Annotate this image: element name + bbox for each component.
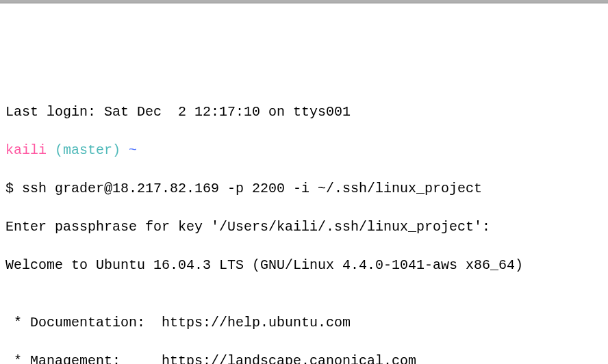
motd-documentation: * Documentation: https://help.ubuntu.com	[5, 313, 603, 333]
ssh-command: ssh grader@18.217.82.169 -p 2200 -i ~/.s…	[22, 181, 482, 196]
welcome-banner: Welcome to Ubuntu 16.04.3 LTS (GNU/Linux…	[5, 256, 603, 275]
last-login-local: Last login: Sat Dec 2 12:17:10 on ttys00…	[5, 103, 603, 122]
local-command-line[interactable]: $ ssh grader@18.217.82.169 -p 2200 -i ~/…	[5, 179, 603, 198]
local-prompt-ps1: kaili (master) ~	[5, 141, 603, 160]
passphrase-prompt[interactable]: Enter passphrase for key '/Users/kaili/.…	[5, 218, 603, 237]
local-prompt-symbol: $	[5, 181, 22, 196]
ps1-user: kaili	[5, 142, 55, 158]
ps1-git-branch: (master)	[55, 142, 129, 158]
ps1-path: ~	[129, 142, 137, 158]
window-titlebar-stub	[0, 0, 608, 3]
motd-management: * Management: https://landscape.canonica…	[5, 352, 603, 364]
